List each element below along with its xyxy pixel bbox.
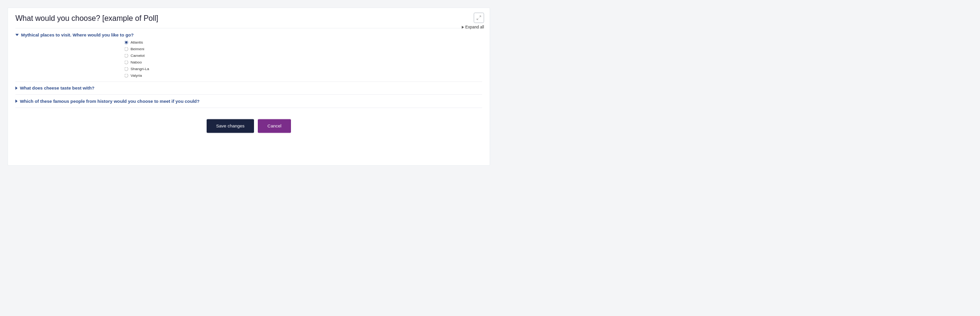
option-beimeni[interactable]: Beimeni (125, 47, 482, 51)
svg-line-1 (477, 18, 478, 19)
option-shangri-la[interactable]: Shangri-La (125, 67, 482, 71)
save-button[interactable]: Save changes (207, 119, 254, 133)
option-camelot[interactable]: Camelot (125, 54, 482, 58)
chevron-right-icon-2 (16, 86, 18, 90)
option-label-shangri-la: Shangri-La (131, 67, 149, 71)
chevron-right-icon (462, 26, 464, 29)
chevron-down-icon (16, 34, 19, 36)
radio-atlantis[interactable] (125, 40, 128, 44)
page-title: What would you choose? [example of Poll] (16, 14, 482, 24)
option-label-camelot: Camelot (131, 54, 145, 58)
option-label-beimeni: Beimeni (131, 47, 145, 51)
top-right-actions: Expand all (462, 13, 484, 30)
radio-naboo[interactable] (125, 60, 128, 64)
expand-all-button[interactable]: Expand all (462, 25, 484, 30)
radio-valyria[interactable] (125, 73, 128, 77)
section-mythical-places: Mythical places to visit. Where would yo… (16, 28, 482, 81)
fullscreen-icon (476, 15, 481, 20)
option-label-atlantis: Atlantis (131, 40, 143, 45)
options-container-1: Atlantis Beimeni Camelot Naboo Shangri-L… (16, 40, 482, 78)
section-2-title: What does cheese taste best with? (20, 85, 94, 90)
divider-bottom (16, 108, 482, 108)
option-naboo[interactable]: Naboo (125, 60, 482, 64)
option-label-valyria: Valyria (131, 73, 142, 78)
radio-beimeni[interactable] (125, 47, 128, 51)
section-1-header[interactable]: Mythical places to visit. Where would yo… (16, 32, 482, 37)
section-2-header[interactable]: What does cheese taste best with? (16, 85, 482, 90)
page-container: What would you choose? [example of Poll]… (8, 8, 490, 166)
section-3-title: Which of these famous people from histor… (20, 99, 200, 104)
cancel-button[interactable]: Cancel (258, 119, 291, 133)
radio-shangri-la[interactable] (125, 67, 128, 71)
section-famous-people: Which of these famous people from histor… (16, 95, 482, 108)
option-atlantis[interactable]: Atlantis (125, 40, 482, 45)
svg-line-0 (479, 16, 481, 17)
option-label-naboo: Naboo (131, 60, 142, 64)
fullscreen-button[interactable] (474, 13, 484, 23)
section-3-header[interactable]: Which of these famous people from histor… (16, 99, 482, 104)
radio-camelot[interactable] (125, 54, 128, 57)
expand-all-label: Expand all (465, 25, 484, 30)
chevron-right-icon-3 (16, 99, 18, 103)
buttons-row: Save changes Cancel (16, 115, 482, 133)
section-cheese: What does cheese taste best with? (16, 81, 482, 94)
section-1-title: Mythical places to visit. Where would yo… (21, 32, 134, 37)
option-valyria[interactable]: Valyria (125, 73, 482, 78)
